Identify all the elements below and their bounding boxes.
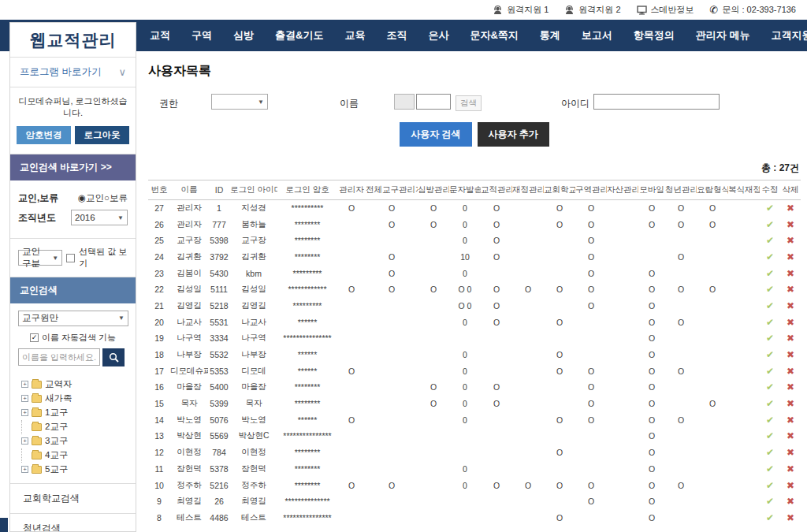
edit-icon[interactable]: ✔ xyxy=(766,430,774,441)
name-code-field[interactable] xyxy=(394,94,415,110)
edit-icon[interactable]: ✔ xyxy=(766,284,774,295)
tree-item[interactable]: +새가족 xyxy=(21,392,136,406)
edit-icon[interactable]: ✔ xyxy=(766,235,774,246)
topbar-item[interactable]: 스데반정보 xyxy=(637,4,694,16)
edit-icon[interactable]: ✔ xyxy=(766,463,774,474)
member-type-select[interactable]: 교인구분▼ xyxy=(18,250,62,266)
expand-icon[interactable]: + xyxy=(21,437,28,445)
nav-item[interactable]: 관리자 메뉴 xyxy=(696,28,750,43)
nav-item[interactable]: 교적 xyxy=(150,28,170,43)
expand-icon[interactable]: + xyxy=(21,395,28,402)
program-shortcut-link[interactable]: 프로그램 바로가기 ∨ xyxy=(10,58,136,87)
nav-item[interactable]: 구역 xyxy=(192,28,212,43)
table-cell xyxy=(575,314,607,330)
delete-icon[interactable]: ✖ xyxy=(787,251,794,262)
tree-item-label: 1교구 xyxy=(45,407,68,419)
search-button[interactable] xyxy=(102,348,125,366)
delete-icon[interactable]: ✖ xyxy=(787,333,794,344)
delete-icon[interactable]: ✖ xyxy=(787,398,794,409)
name-search-input[interactable] xyxy=(18,348,100,366)
topbar-item[interactable]: 원격지원 1 xyxy=(493,4,549,16)
edit-icon[interactable]: ✔ xyxy=(766,398,774,409)
tree-item-label: 4교구 xyxy=(45,449,68,461)
delete-icon[interactable]: ✖ xyxy=(787,415,794,426)
delete-icon[interactable]: ✖ xyxy=(787,430,794,441)
nav-item[interactable]: 출결&기도 xyxy=(275,28,323,43)
delete-icon[interactable]: ✖ xyxy=(787,496,794,507)
edit-icon[interactable]: ✔ xyxy=(766,268,774,279)
delete-icon[interactable]: ✖ xyxy=(787,512,794,523)
edit-icon[interactable]: ✔ xyxy=(766,333,774,344)
nav-item[interactable]: 조직 xyxy=(386,28,407,43)
delete-icon[interactable]: ✖ xyxy=(787,268,794,279)
topbar-item[interactable]: ✆문의 : 02-393-7136 xyxy=(710,4,796,16)
nav-item[interactable]: 심방 xyxy=(233,28,254,43)
delete-icon[interactable]: ✖ xyxy=(787,480,794,491)
radio-hold[interactable]: ○보류 xyxy=(104,193,128,203)
name-lookup-button[interactable]: 검색 xyxy=(456,95,482,111)
table-cell: ******** xyxy=(277,396,337,412)
show-selected-checkbox[interactable] xyxy=(66,254,75,262)
edit-icon[interactable]: ✔ xyxy=(766,349,774,360)
delete-icon[interactable]: ✖ xyxy=(787,300,794,311)
expand-icon[interactable]: + xyxy=(21,381,28,388)
delete-icon[interactable]: ✖ xyxy=(787,317,794,328)
delete-icon[interactable]: ✖ xyxy=(787,447,794,458)
delete-icon[interactable]: ✖ xyxy=(787,284,794,295)
nav-item[interactable]: 통계 xyxy=(540,28,560,43)
change-password-button[interactable]: 암호변경 xyxy=(17,126,71,144)
edit-icon[interactable]: ✔ xyxy=(766,366,774,377)
sidebar-accordion-item[interactable]: 교회학교검색 xyxy=(10,484,136,514)
table-cell xyxy=(337,461,366,478)
table-header-cell: 재정관리 xyxy=(512,180,544,200)
topbar-item[interactable]: 원격지원 2 xyxy=(564,4,620,16)
edit-icon[interactable]: ✔ xyxy=(766,251,774,262)
nav-item[interactable]: 은사 xyxy=(428,28,448,43)
edit-icon[interactable]: ✔ xyxy=(766,300,774,311)
user-search-button[interactable]: 사용자 검색 xyxy=(400,122,471,147)
edit-icon[interactable]: ✔ xyxy=(766,317,774,328)
radio-member[interactable]: ◉교인 xyxy=(78,193,104,203)
nav-item[interactable]: 교육 xyxy=(344,28,365,43)
tree-item[interactable]: +1교구 xyxy=(21,406,136,420)
expand-icon[interactable]: + xyxy=(21,466,28,473)
nav-item[interactable]: 문자&쪽지 xyxy=(470,28,518,43)
delete-icon[interactable]: ✖ xyxy=(787,463,794,474)
edit-icon[interactable]: ✔ xyxy=(766,415,774,426)
delete-icon[interactable]: ✖ xyxy=(787,235,794,246)
tree-item[interactable]: +3교구 xyxy=(21,434,136,448)
nav-item[interactable]: 항목정의 xyxy=(634,28,675,43)
delete-icon[interactable]: ✖ xyxy=(787,203,794,214)
tree-item[interactable]: 4교구 xyxy=(21,448,136,463)
name-field[interactable] xyxy=(416,94,451,110)
member-search-shortcut[interactable]: 교인검색 바로가기 >> xyxy=(10,154,136,180)
table-cell: 27 xyxy=(148,200,170,217)
role-select[interactable]: ▼ xyxy=(211,94,268,110)
edit-icon[interactable]: ✔ xyxy=(766,219,774,230)
nav-item[interactable]: 보고서 xyxy=(582,28,612,43)
search-scope-select[interactable]: 교구원만▼ xyxy=(18,311,128,326)
edit-icon[interactable]: ✔ xyxy=(766,381,774,392)
tree-item[interactable]: +5교구 xyxy=(21,463,136,477)
user-add-button[interactable]: 사용자 추가 xyxy=(478,122,549,147)
table-cell: O xyxy=(665,216,697,233)
sidebar-accordion-item[interactable]: 청년검색 xyxy=(10,514,136,532)
edit-icon[interactable]: ✔ xyxy=(766,512,774,523)
nav-item[interactable]: 고객지원 xyxy=(771,28,807,43)
edit-icon[interactable]: ✔ xyxy=(766,203,774,214)
edit-icon[interactable]: ✔ xyxy=(766,496,774,507)
login-id-field[interactable] xyxy=(593,94,720,110)
table-cell: O xyxy=(418,200,449,217)
edit-icon[interactable]: ✔ xyxy=(766,447,774,458)
edit-icon[interactable]: ✔ xyxy=(766,480,774,491)
tree-item[interactable]: +교역자 xyxy=(21,378,136,392)
expand-icon[interactable]: + xyxy=(21,409,28,416)
org-year-select[interactable]: 2016▼ xyxy=(71,210,128,225)
logout-button[interactable]: 로그아웃 xyxy=(75,126,129,144)
delete-icon[interactable]: ✖ xyxy=(787,349,794,360)
delete-icon[interactable]: ✖ xyxy=(787,219,794,230)
delete-icon[interactable]: ✖ xyxy=(787,381,794,392)
delete-icon[interactable]: ✖ xyxy=(787,366,794,377)
auto-search-checkbox[interactable]: ✓ xyxy=(30,333,39,342)
tree-item[interactable]: 2교구 xyxy=(21,420,136,434)
